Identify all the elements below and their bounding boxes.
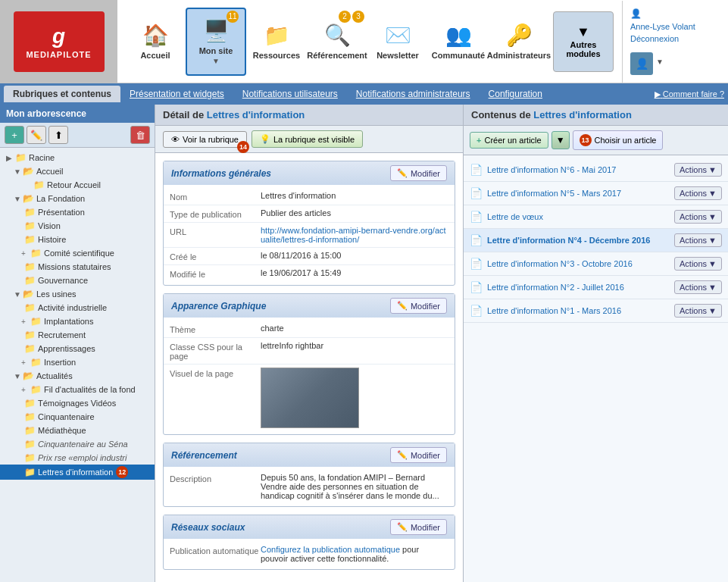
- tree-cinq-senat[interactable]: 📁 Cinquantenaire au Séna: [0, 437, 155, 451]
- article-title[interactable]: Lettre de vœux: [487, 212, 674, 221]
- tree-apprentissages[interactable]: 📁 Apprentissages: [0, 342, 155, 355]
- nav-communaute-label: Communauté: [432, 51, 485, 60]
- avatar-arrow[interactable]: ▼: [656, 58, 664, 66]
- actions-btn-3[interactable]: Actions ▼: [674, 233, 722, 247]
- nav-mon-site[interactable]: 🖥️ Mon site ▼ 11: [186, 8, 246, 76]
- modifier-info-label: Modifier: [411, 169, 440, 178]
- tree-implantations[interactable]: + 📁 Implantations: [0, 314, 155, 328]
- tab-notifications-admin[interactable]: Notifications administrateurs: [347, 86, 480, 102]
- tree-prix-label: Prix rse «emploi industri: [38, 453, 127, 462]
- actions-label-3: Actions: [680, 236, 707, 245]
- deconnexion-link[interactable]: Déconnexion: [630, 34, 679, 43]
- sidebar-title: Mon arborescence: [6, 108, 86, 119]
- tree-mediatheque[interactable]: 📁 Médiathèque: [0, 424, 155, 437]
- tree-presentation[interactable]: 📁 Présentation: [0, 205, 155, 219]
- modifier-social-btn[interactable]: ✏️ Modifier: [390, 519, 447, 535]
- actions-btn-6[interactable]: Actions ▼: [674, 304, 722, 318]
- folder-recr-icon: 📁: [24, 330, 36, 340]
- tree-insertion[interactable]: + 📁 Insertion: [0, 355, 155, 369]
- article-title[interactable]: Lettre d'information N°1 - Mars 2016: [487, 306, 674, 315]
- nav-communaute[interactable]: 👥 Communauté: [428, 8, 489, 76]
- tree-retour-accueil[interactable]: 📁 Retour Accueil: [0, 178, 155, 192]
- folder-cinq-icon: 📁: [24, 411, 36, 422]
- article-title[interactable]: Lettre d'information N°6 - Mai 2017: [487, 165, 674, 174]
- modifier-info-btn[interactable]: ✏️ Modifier: [390, 165, 447, 181]
- sidebar-tree: ▶ 📁 Racine ▼ 📂 Accueil 📁 Retour Accueil: [0, 148, 155, 582]
- create-article-btn[interactable]: + Créer un article: [470, 132, 548, 149]
- user-icon: 👤: [630, 8, 642, 19]
- tree-cinquantenaire[interactable]: 📁 Cinquantenaire: [0, 410, 155, 424]
- folder-comite-icon: 📁: [30, 248, 42, 258]
- tree-histoire[interactable]: 📁 Histoire: [0, 233, 155, 246]
- toggle-actual: ▼: [14, 372, 23, 380]
- voir-rubrique-btn[interactable]: 👁 Voir la rubrique 14: [163, 131, 247, 148]
- field-modifie-value: le 19/06/2017 à 15:49: [261, 268, 448, 279]
- tree-racine[interactable]: ▶ 📁 Racine: [0, 151, 155, 164]
- article-title[interactable]: Lettre d'information N°4 - Décembre 2016: [487, 236, 674, 245]
- mon-site-badge: 11: [227, 11, 239, 23]
- pencil-app-icon: ✏️: [397, 301, 408, 311]
- tree-fil-actual[interactable]: + 📁 Fil d'actualités de la fond: [0, 383, 155, 396]
- help-link[interactable]: ▶ Comment faire ?: [655, 89, 724, 99]
- tab-presentation[interactable]: Présentation et widgets: [120, 86, 233, 102]
- actions-btn-0[interactable]: Actions ▼: [674, 163, 722, 177]
- tree-fondation[interactable]: ▼ 📂 La Fondation: [0, 192, 155, 205]
- tree-vision[interactable]: 📁 Vision: [0, 219, 155, 233]
- pencil-ref-icon: ✏️: [397, 450, 408, 460]
- configurez-link[interactable]: Configurez la publication automatique: [261, 545, 400, 554]
- actions-btn-4[interactable]: Actions ▼: [674, 257, 722, 271]
- nav-accueil[interactable]: 🏠 Accueil: [125, 8, 186, 76]
- create-article-arrow-btn[interactable]: ▼: [551, 131, 570, 149]
- nav-ressources[interactable]: 📁 Ressources: [246, 8, 307, 76]
- tree-recrutement[interactable]: 📁 Recrutement: [0, 328, 155, 342]
- tree-impl-label: Implantations: [44, 317, 93, 326]
- home-icon: 🏠: [142, 23, 169, 48]
- actions-btn-2[interactable]: Actions ▼: [674, 210, 722, 224]
- modifier-ref-btn[interactable]: ✏️ Modifier: [390, 447, 447, 463]
- modifier-ref-label: Modifier: [411, 451, 440, 460]
- folder-accueil-icon: 📂: [23, 166, 34, 177]
- article-title[interactable]: Lettre d'information N°5 - Mars 2017: [487, 189, 674, 198]
- tree-missions[interactable]: 📁 Missions statutaires: [0, 260, 155, 274]
- article-list: 📄 Lettre d'information N°6 - Mai 2017 Ac…: [464, 155, 728, 326]
- tree-comite[interactable]: + 📁 Comité scientifique: [0, 246, 155, 260]
- field-cree-le: Créé le le 08/11/2016 à 15:00: [164, 248, 455, 265]
- user-name-link[interactable]: Anne-Lyse Volant: [630, 22, 695, 31]
- tab-rubriques[interactable]: Rubriques et contenus: [4, 86, 120, 102]
- sidebar-edit-btn[interactable]: ✏️: [27, 126, 46, 144]
- folder-usines-icon: 📂: [23, 289, 34, 299]
- list-item: 📄 Lettre de vœux Actions ▼: [464, 205, 728, 229]
- article-title[interactable]: Lettre d'information N°3 - Octobre 2016: [487, 259, 674, 268]
- modifier-app-btn[interactable]: ✏️ Modifier: [390, 298, 447, 314]
- tab-notifications-users[interactable]: Notifications utilisateurs: [233, 86, 347, 102]
- tree-accueil[interactable]: ▼ 📂 Accueil: [0, 164, 155, 178]
- right-panel-header: Contenus de Lettres d'information: [464, 105, 728, 126]
- tree-recr-label: Recrutement: [38, 330, 86, 340]
- actions-btn-1[interactable]: Actions ▼: [674, 186, 722, 200]
- sidebar-add-btn[interactable]: +: [5, 126, 24, 144]
- nav-administrateurs[interactable]: 🔑 Administrateurs: [489, 8, 549, 76]
- tree-usines[interactable]: ▼ 📂 Les usines: [0, 287, 155, 301]
- article-title[interactable]: Lettre d'information N°2 - Juillet 2016: [487, 283, 674, 292]
- sidebar-move-btn[interactable]: ⬆: [48, 126, 68, 144]
- section-app-content: Thème charte Classe CSS pour la page let…: [164, 318, 455, 434]
- autres-modules-btn[interactable]: ▼ Autres modules: [553, 11, 614, 72]
- tree-activite[interactable]: 📁 Activité industrielle: [0, 301, 155, 314]
- tree-lettres-label: Lettres d'information: [38, 468, 113, 477]
- tree-actual-label: Actualités: [36, 371, 73, 380]
- nav-accueil-label: Accueil: [140, 51, 170, 60]
- tree-actualites[interactable]: ▼ 📂 Actualités: [0, 369, 155, 383]
- choose-article-btn[interactable]: 13 Choisir un article: [573, 130, 664, 150]
- actions-btn-5[interactable]: Actions ▼: [674, 280, 722, 294]
- tab-configuration[interactable]: Configuration: [480, 86, 551, 102]
- nav-newsletter[interactable]: ✉️ Newsletter: [367, 8, 428, 76]
- actions-arrow-4: ▼: [708, 259, 717, 268]
- actions-label-4: Actions: [680, 259, 707, 268]
- nav-referencement[interactable]: 🔍 Référencement 2 3: [307, 8, 367, 76]
- tree-lettres[interactable]: 📁 Lettres d'information 12: [0, 465, 155, 480]
- rubrique-visible-btn[interactable]: 💡 La rubrique est visible: [252, 130, 363, 148]
- tree-gouvernance[interactable]: 📁 Gouvernance: [0, 274, 155, 287]
- sidebar-delete-btn[interactable]: 🗑: [130, 126, 150, 144]
- tree-prix-rse[interactable]: 📁 Prix rse «emploi industri: [0, 451, 155, 465]
- tree-temoignages[interactable]: 📁 Témoignages Vidéos: [0, 396, 155, 410]
